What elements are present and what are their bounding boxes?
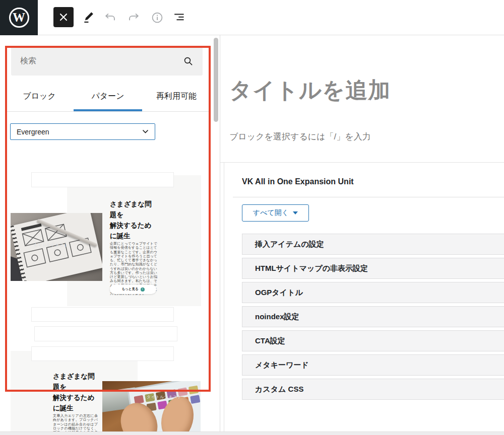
- inserter-tabs: ブロック パターン 再利用可能: [5, 82, 211, 112]
- list-view-icon: [173, 11, 186, 24]
- wordpress-logo[interactable]: W: [0, 0, 38, 35]
- pencil-icon: [82, 11, 95, 24]
- image-caption-text: タイトルテキスト: [147, 394, 182, 400]
- pattern-search-box: [11, 46, 203, 76]
- redo-icon: [127, 11, 141, 25]
- details-button[interactable]: [150, 10, 165, 25]
- pattern-category-select[interactable]: Evergreen: [10, 123, 155, 140]
- block-inserter-sidebar: ブロック パターン 再利用可能 Evergreen: [0, 35, 220, 435]
- pattern-preview-1[interactable]: タイトルテキスト さまざまな問 題を 解決するため に誕生 企業にとってウェブサ…: [11, 172, 201, 306]
- metabox-title: VK All in One Expansion Unit: [242, 177, 354, 186]
- post-title-input[interactable]: タイトルを追加: [229, 76, 391, 105]
- wordpress-logo-icon: W: [9, 8, 29, 28]
- pattern-placeholder-1[interactable]: [31, 307, 174, 322]
- pattern-category-value: Evergreen: [17, 128, 49, 136]
- arrow-circle-icon: [141, 287, 145, 292]
- metabox-divider: [233, 197, 504, 197]
- undo-icon: [103, 11, 117, 25]
- undo-button[interactable]: [103, 10, 118, 25]
- redo-button[interactable]: [126, 10, 141, 25]
- pattern-placeholder-3[interactable]: [31, 346, 174, 361]
- metabox-section-header[interactable]: 挿入アイテムの設定: [242, 234, 504, 255]
- tab-blocks[interactable]: ブロック: [5, 82, 74, 111]
- pattern2-tablet-image: タイトルテキスト: [102, 381, 201, 435]
- open-all-button[interactable]: すべて開く: [242, 204, 309, 222]
- search-input[interactable]: [20, 56, 182, 65]
- editor-toolbar: W: [0, 0, 504, 35]
- pattern2-heading: さまざまな問 題を 解決するため に誕生: [53, 372, 106, 414]
- tab-reusable[interactable]: 再利用可能: [142, 82, 211, 111]
- block-inserter-toggle-button[interactable]: [53, 7, 74, 27]
- pattern1-more-button: もっと見る: [110, 284, 156, 294]
- tab-patterns[interactable]: パターン: [74, 82, 142, 111]
- metabox-section-header[interactable]: CTA設定: [242, 330, 504, 351]
- pattern-placeholder-2[interactable]: [34, 326, 177, 341]
- metabox-section-header[interactable]: カスタム CSS: [242, 379, 504, 400]
- list-view-button[interactable]: [172, 10, 187, 25]
- wordpress-block-editor: W: [0, 0, 504, 435]
- metabox-section-header[interactable]: HTMLサイトマップの非表示設定: [242, 258, 504, 279]
- metabox-section-header[interactable]: メタキーワード: [242, 354, 504, 376]
- metabox-section-header[interactable]: noindex設定: [242, 306, 504, 327]
- image-caption-text: タイトルテキスト: [34, 242, 69, 248]
- pattern-preview-2[interactable]: さまざまな問 題を 解決するため に誕生 文章入力エリアの左右に余白があります。…: [11, 351, 201, 435]
- edit-mode-button[interactable]: [80, 9, 98, 27]
- sidebar-scrollbar-thumb[interactable]: [214, 38, 218, 122]
- pattern1-heading: さまざまな問 題を 解決するため に誕生: [110, 199, 163, 242]
- search-icon: [182, 55, 194, 66]
- metabox-sections: 挿入アイテムの設定HTMLサイトマップの非表示設定OGPタイトルnoindex設…: [242, 234, 504, 403]
- metabox-section-header[interactable]: OGPタイトル: [242, 282, 504, 303]
- info-icon: [151, 11, 164, 24]
- chevron-down-icon: [142, 129, 149, 134]
- pattern1-header-strip: [31, 172, 174, 187]
- window-bottom-edge: [0, 431, 504, 435]
- editor-canvas: タイトルを追加 ブロックを選択するには「/」を入力 VK All in One …: [220, 35, 504, 435]
- pattern1-notebook-image: タイトルテキスト: [11, 213, 102, 281]
- content-divider: [220, 162, 504, 163]
- close-icon: [58, 12, 69, 22]
- block-appender[interactable]: ブロックを選択するには「/」を入力: [229, 131, 371, 142]
- caret-down-icon: [293, 211, 298, 214]
- metabox-left-border: [224, 162, 224, 432]
